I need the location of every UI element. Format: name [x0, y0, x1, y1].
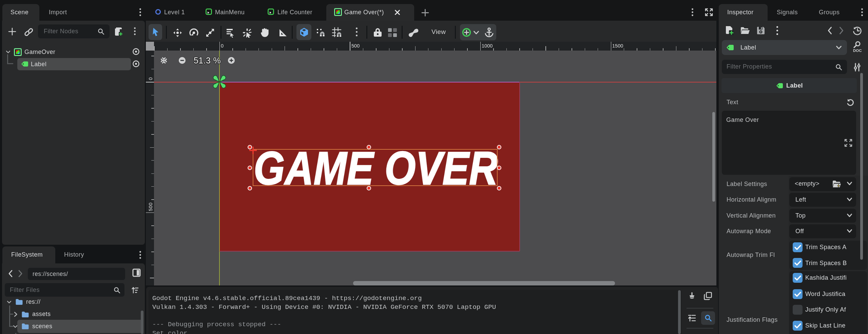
- svg-text:DOC: DOC: [853, 49, 862, 53]
